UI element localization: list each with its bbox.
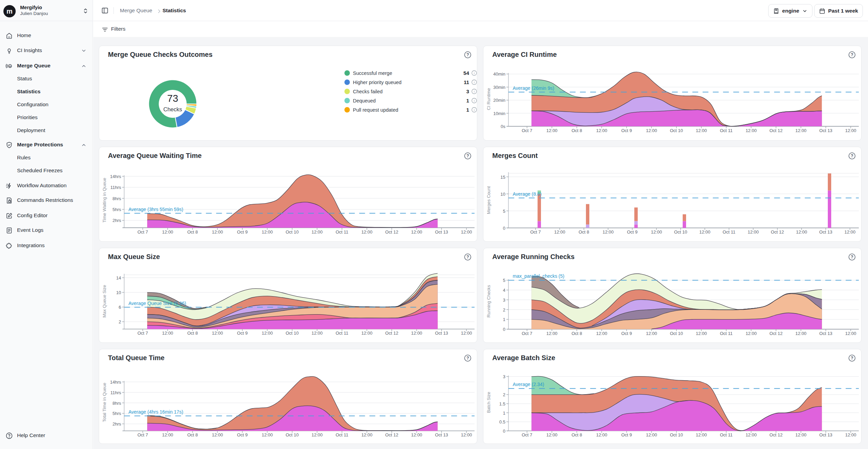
svg-text:Oct 7: Oct 7 <box>137 432 148 437</box>
svg-text:12:00: 12:00 <box>746 331 757 336</box>
svg-text:CI Runtime: CI Runtime <box>486 88 491 110</box>
svg-text:12:00: 12:00 <box>361 331 373 336</box>
svg-text:Oct 12: Oct 12 <box>770 432 782 437</box>
svg-text:1.5: 1.5 <box>499 401 505 406</box>
svg-text:15: 15 <box>500 174 505 179</box>
svg-text:Oct 10: Oct 10 <box>285 229 298 234</box>
svg-text:1: 1 <box>466 107 469 112</box>
svg-text:1: 1 <box>503 317 505 322</box>
svg-text:i: i <box>474 71 475 75</box>
svg-text:Oct 7: Oct 7 <box>522 331 532 336</box>
svg-text:Merges Count: Merges Count <box>486 186 491 214</box>
svg-text:12:00: 12:00 <box>795 128 807 133</box>
svg-text:12:00: 12:00 <box>162 229 173 234</box>
svg-text:Oct 11: Oct 11 <box>720 331 732 336</box>
svg-text:12:00: 12:00 <box>795 331 807 336</box>
svg-text:Successful merge: Successful merge <box>353 70 392 76</box>
svg-text:8hrs: 8hrs <box>112 400 121 405</box>
svg-text:Oct 12: Oct 12 <box>385 331 398 336</box>
svg-text:Oct 12: Oct 12 <box>385 229 398 234</box>
svg-text:12:00: 12:00 <box>596 331 607 336</box>
svg-text:1: 1 <box>503 410 505 415</box>
svg-text:m: m <box>6 7 13 15</box>
svg-text:Oct 13: Oct 13 <box>435 229 448 234</box>
svg-text:12:00: 12:00 <box>795 432 807 437</box>
svg-text:Oct 7: Oct 7 <box>522 432 532 437</box>
svg-text:5hrs: 5hrs <box>112 207 121 212</box>
svg-text:Batch Size: Batch Size <box>486 391 491 413</box>
svg-text:Average (3hrs 55min 59s): Average (3hrs 55min 59s) <box>128 206 183 212</box>
svg-text:3: 3 <box>466 88 469 94</box>
svg-text:Oct 9: Oct 9 <box>621 432 632 437</box>
svg-text:Checks: Checks <box>163 106 182 112</box>
svg-text:3: 3 <box>503 297 505 302</box>
svg-text:Oct 7: Oct 7 <box>137 331 148 336</box>
svg-text:11hrs: 11hrs <box>110 185 121 190</box>
svg-text:12:00: 12:00 <box>461 331 472 336</box>
svg-text:0.5: 0.5 <box>499 419 505 424</box>
svg-text:Oct 10: Oct 10 <box>285 331 298 336</box>
svg-text:Oct 9: Oct 9 <box>237 229 248 234</box>
svg-text:40min: 40min <box>493 71 505 77</box>
svg-text:Oct 13: Oct 13 <box>819 331 832 336</box>
svg-text:Oct 8: Oct 8 <box>572 432 582 437</box>
svg-text:12:00: 12:00 <box>845 128 856 133</box>
svg-text:12:00: 12:00 <box>596 128 607 133</box>
svg-text:12:00: 12:00 <box>411 331 422 336</box>
svg-text:i: i <box>474 108 475 112</box>
svg-text:3: 3 <box>503 374 505 379</box>
svg-text:8hrs: 8hrs <box>112 196 121 201</box>
svg-text:12:00: 12:00 <box>845 432 856 437</box>
svg-text:12:00: 12:00 <box>546 331 558 336</box>
svg-text:12:00: 12:00 <box>311 432 323 437</box>
svg-text:12:00: 12:00 <box>646 128 657 133</box>
svg-text:12:00: 12:00 <box>311 331 323 336</box>
svg-text:5: 5 <box>503 278 505 283</box>
svg-text:12:00: 12:00 <box>646 432 657 437</box>
svg-text:12:00: 12:00 <box>696 432 707 437</box>
svg-text:Oct 8: Oct 8 <box>572 331 582 336</box>
svg-text:12:00: 12:00 <box>262 331 273 336</box>
svg-text:12:00: 12:00 <box>699 229 711 235</box>
svg-text:i: i <box>474 90 475 93</box>
svg-text:Average (2.34): Average (2.34) <box>513 382 544 387</box>
svg-text:12:00: 12:00 <box>844 229 856 235</box>
svg-text:Oct 13: Oct 13 <box>819 128 832 133</box>
svg-text:Oct 8: Oct 8 <box>572 128 582 133</box>
svg-text:0s: 0s <box>501 124 506 129</box>
svg-text:Oct 12: Oct 12 <box>770 331 782 336</box>
svg-text:12:00: 12:00 <box>162 331 173 336</box>
svg-text:12:00: 12:00 <box>461 229 472 234</box>
svg-text:Oct 12: Oct 12 <box>385 432 398 437</box>
svg-text:12:00: 12:00 <box>696 331 707 336</box>
svg-text:14: 14 <box>116 275 121 280</box>
svg-text:Oct 9: Oct 9 <box>237 432 248 437</box>
svg-text:0: 0 <box>503 225 505 230</box>
svg-text:Oct 11: Oct 11 <box>336 229 348 234</box>
svg-text:30min: 30min <box>493 84 505 90</box>
svg-text:Oct 9: Oct 9 <box>621 331 632 336</box>
svg-text:12:00: 12:00 <box>411 229 422 234</box>
svg-text:12:00: 12:00 <box>746 128 757 133</box>
svg-text:14hrs: 14hrs <box>110 379 121 384</box>
svg-text:14hrs: 14hrs <box>110 174 121 179</box>
svg-text:Average Queue Size (5.96): Average Queue Size (5.96) <box>128 300 186 306</box>
svg-text:12:00: 12:00 <box>546 128 558 133</box>
svg-text:10: 10 <box>116 290 121 295</box>
svg-text:Oct 9: Oct 9 <box>237 331 248 336</box>
svg-text:12:00: 12:00 <box>554 229 565 235</box>
svg-text:Oct 11: Oct 11 <box>336 331 348 336</box>
svg-text:i: i <box>474 99 475 102</box>
svg-text:12:00: 12:00 <box>603 229 614 235</box>
svg-text:Oct 8: Oct 8 <box>187 229 198 234</box>
svg-text:Oct 11: Oct 11 <box>720 128 732 133</box>
svg-text:2hrs: 2hrs <box>112 421 121 427</box>
svg-text:Average (26min 9s): Average (26min 9s) <box>513 85 554 91</box>
svg-text:Time Waiting in Queue: Time Waiting in Queue <box>102 178 107 222</box>
svg-text:12:00: 12:00 <box>262 229 273 234</box>
svg-text:5: 5 <box>503 208 505 213</box>
svg-text:12:00: 12:00 <box>696 128 707 133</box>
svg-text:Oct 13: Oct 13 <box>819 229 832 235</box>
svg-text:12:00: 12:00 <box>461 432 472 437</box>
svg-text:4: 4 <box>503 288 505 293</box>
